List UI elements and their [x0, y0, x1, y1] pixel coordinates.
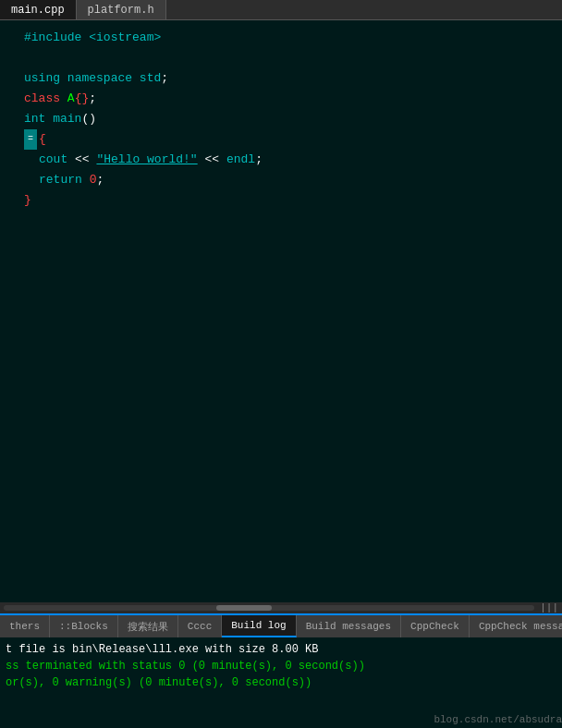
bottom-tab-cppcheck[interactable]: CppCheck: [401, 615, 470, 637]
bottom-panel: thers ::Blocks 搜索结果 Cccc Build log Build…: [0, 613, 562, 728]
tab-bar: main.cpp platform.h: [0, 0, 562, 20]
code-editor: #include <iostream> using namespace std;…: [0, 20, 562, 602]
log-line-1: t file is bin\Release\lll.exe with size …: [6, 641, 556, 658]
log-line-3: or(s), 0 warning(s) (0 minute(s), 0 seco…: [6, 674, 556, 691]
code-line-7: cout << "Hello world!" << endl;: [24, 150, 555, 170]
log-line-2: ss terminated with status 0 (0 minute(s)…: [6, 658, 556, 674]
scrollbar-track[interactable]: [4, 605, 534, 611]
tab-platform-h[interactable]: platform.h: [77, 0, 166, 19]
bottom-tab-search[interactable]: 搜索结果: [118, 615, 178, 637]
breakpoint-icon: =: [24, 129, 37, 150]
build-log-content: t file is bin\Release\lll.exe with size …: [0, 637, 562, 728]
scrollbar-thumb[interactable]: [216, 605, 272, 611]
code-line-8: return 0;: [24, 170, 555, 190]
bottom-tab-bar: thers ::Blocks 搜索结果 Cccc Build log Build…: [0, 615, 562, 637]
code-line-6: ={: [24, 129, 555, 150]
bottom-tab-buildmessages[interactable]: Build messages: [297, 615, 401, 637]
scroll-label: |||: [540, 602, 558, 613]
code-line-1: #include <iostream>: [24, 28, 555, 48]
tab-main-cpp[interactable]: main.cpp: [0, 0, 77, 19]
bottom-tab-cccc[interactable]: Cccc: [178, 615, 222, 637]
bottom-tab-others[interactable]: thers: [0, 615, 50, 637]
bottom-tab-cppcheck-messages[interactable]: CppCheck messages: [470, 615, 562, 637]
code-line-4: class A{};: [24, 89, 555, 109]
horizontal-scrollbar[interactable]: |||: [0, 602, 562, 613]
watermark: blog.csdn.net/absudra: [434, 711, 562, 728]
code-content: #include <iostream> using namespace std;…: [17, 20, 562, 602]
code-line-9: }: [24, 190, 555, 211]
code-line-5: int main(): [24, 109, 555, 129]
code-line-3: using namespace std;: [24, 68, 555, 89]
code-line-2: [24, 48, 555, 68]
bottom-tab-buildlog[interactable]: Build log: [222, 615, 296, 637]
bottom-tab-blocks[interactable]: ::Blocks: [50, 615, 118, 637]
